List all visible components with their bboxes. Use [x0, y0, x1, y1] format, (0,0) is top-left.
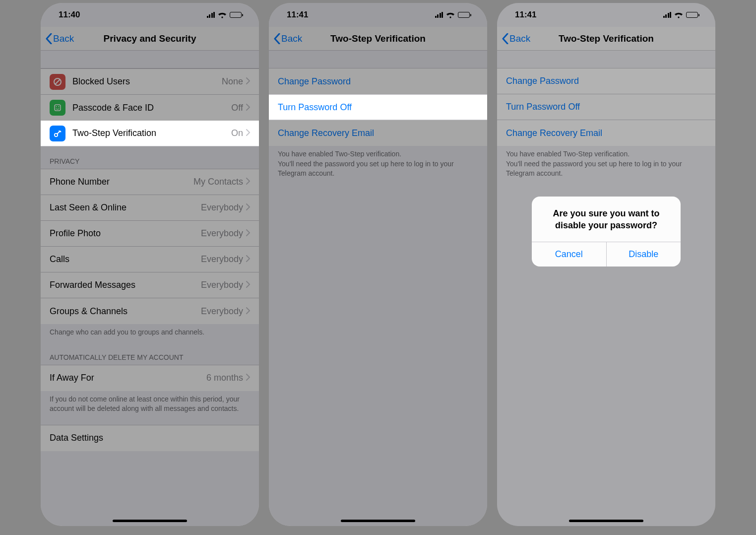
row-value: Off — [231, 103, 243, 113]
privacy-footer: Change who can add you to groups and cha… — [41, 324, 259, 342]
signal-icon — [435, 12, 443, 18]
row-label: Data Settings — [50, 433, 250, 443]
row-label: Calls — [50, 254, 201, 265]
alert-cancel-button[interactable]: Cancel — [532, 242, 607, 267]
back-button[interactable]: Back — [46, 33, 74, 44]
chevron-right-icon — [246, 373, 250, 383]
passcode-icon — [50, 100, 65, 116]
row-data-settings[interactable]: Data Settings — [41, 425, 259, 451]
nav-bar: Back Two-Step Verification — [269, 27, 487, 51]
row-turn-password-off[interactable]: Turn Password Off — [269, 94, 487, 120]
privacy-header: PRIVACY — [41, 146, 259, 169]
chevron-right-icon — [246, 254, 250, 265]
svg-rect-2 — [55, 105, 61, 111]
content-area: Blocked Users None Passcode & Face ID Of… — [41, 51, 259, 451]
row-last-seen[interactable]: Last Seen & Online Everybody — [41, 195, 259, 221]
row-label: Forwarded Messages — [50, 280, 201, 290]
home-indicator[interactable] — [569, 520, 643, 522]
status-right — [435, 12, 472, 18]
row-change-recovery-email[interactable]: Change Recovery Email — [269, 120, 487, 146]
row-label: Change Recovery Email — [278, 128, 478, 138]
row-value: Everybody — [201, 228, 243, 239]
twostep-group-2: Change Recovery Email — [269, 120, 487, 146]
chevron-right-icon — [246, 228, 250, 239]
row-value: Everybody — [201, 254, 243, 265]
row-label: Passcode & Face ID — [72, 103, 231, 113]
status-bar: 11:40 — [41, 3, 259, 27]
row-passcode-faceid[interactable]: Passcode & Face ID Off — [41, 95, 259, 121]
home-indicator[interactable] — [113, 520, 187, 522]
twostep-footer: You have enabled Two-Step verification. … — [269, 146, 487, 184]
row-label: Profile Photo — [50, 228, 201, 239]
autodelete-footer: If you do not come online at least once … — [41, 391, 259, 419]
battery-icon — [458, 12, 471, 18]
chevron-right-icon — [246, 306, 250, 317]
row-label: If Away For — [50, 373, 206, 383]
back-label: Back — [53, 33, 74, 44]
row-profile-photo[interactable]: Profile Photo Everybody — [41, 221, 259, 247]
row-value: My Contacts — [193, 177, 243, 187]
row-label: Two-Step Verification — [72, 128, 231, 138]
row-value: On — [231, 128, 243, 138]
chevron-right-icon — [246, 76, 250, 87]
row-two-step-verification[interactable]: Two-Step Verification On — [41, 121, 259, 146]
row-value: Everybody — [201, 280, 243, 290]
status-right — [207, 12, 244, 18]
chevron-right-icon — [246, 280, 250, 290]
twostep-group: Change Password — [269, 68, 487, 94]
wifi-icon — [446, 12, 455, 18]
confirm-alert: Are you sure you want to disable your pa… — [532, 197, 681, 267]
row-label: Change Password — [278, 76, 478, 87]
row-phone-number[interactable]: Phone Number My Contacts — [41, 169, 259, 195]
row-value: 6 months — [206, 373, 243, 383]
data-settings-group: Data Settings — [41, 425, 259, 451]
status-time: 11:41 — [287, 10, 308, 20]
screen-two-step-verification: 11:41 Back Two-Step Verification Change … — [269, 3, 487, 526]
row-change-password[interactable]: Change Password — [269, 68, 487, 94]
back-label: Back — [281, 33, 302, 44]
svg-point-3 — [56, 106, 57, 107]
row-label: Turn Password Off — [278, 102, 478, 113]
row-blocked-users[interactable]: Blocked Users None — [41, 69, 259, 95]
battery-icon — [230, 12, 243, 18]
row-value: Everybody — [201, 306, 243, 317]
spacer — [41, 51, 259, 68]
row-label: Groups & Channels — [50, 306, 201, 317]
home-indicator[interactable] — [341, 520, 415, 522]
row-value: None — [222, 76, 243, 87]
key-icon — [50, 126, 65, 141]
row-value: Everybody — [201, 202, 243, 213]
wifi-icon — [218, 12, 227, 18]
alert-buttons: Cancel Disable — [532, 242, 681, 267]
privacy-group: Phone Number My Contacts Last Seen & Onl… — [41, 169, 259, 324]
row-forwarded-messages[interactable]: Forwarded Messages Everybody — [41, 272, 259, 298]
chevron-right-icon — [246, 202, 250, 213]
svg-line-1 — [55, 79, 60, 84]
chevron-right-icon — [246, 177, 250, 187]
row-calls[interactable]: Calls Everybody — [41, 247, 259, 272]
chevron-right-icon — [246, 128, 250, 138]
alert-title: Are you sure you want to disable your pa… — [532, 197, 681, 242]
chevron-right-icon — [246, 103, 250, 113]
status-time: 11:40 — [59, 10, 80, 20]
nav-bar: Back Privacy and Security — [41, 27, 259, 51]
spacer — [269, 51, 487, 68]
security-group: Blocked Users None Passcode & Face ID Of… — [41, 68, 259, 121]
screen-privacy-security: 11:40 Back Privacy and Security Blocked … — [41, 3, 259, 526]
blocked-icon — [50, 74, 65, 90]
back-button[interactable]: Back — [274, 33, 302, 44]
row-label: Last Seen & Online — [50, 202, 201, 213]
autodelete-group: If Away For 6 months — [41, 365, 259, 391]
content-area: Change Password Turn Password Off Change… — [269, 51, 487, 184]
row-label: Blocked Users — [72, 76, 222, 87]
screen-disable-alert: 11:41 Back Two-Step Verification Change … — [497, 3, 715, 526]
row-if-away-for[interactable]: If Away For 6 months — [41, 365, 259, 391]
svg-point-4 — [59, 106, 60, 107]
row-groups-channels[interactable]: Groups & Channels Everybody — [41, 298, 259, 324]
signal-icon — [207, 12, 215, 18]
alert-disable-button[interactable]: Disable — [607, 242, 681, 267]
status-bar: 11:41 — [269, 3, 487, 27]
row-label: Phone Number — [50, 177, 193, 187]
autodelete-header: AUTOMATICALLY DELETE MY ACCOUNT — [41, 342, 259, 365]
